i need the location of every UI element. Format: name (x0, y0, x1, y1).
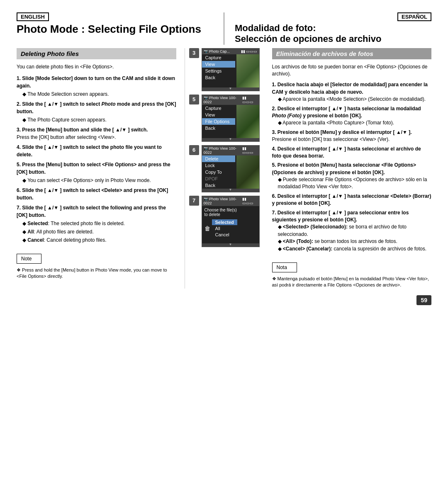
cam-6-lock: Lock (202, 162, 235, 169)
camera-panel-5: 5 📷 Photo View 100-0022 ▮▮ ▭▭▭ Capture V… (189, 95, 260, 142)
english-note-area: Note Press and hold the [Menu] button in… (17, 250, 176, 280)
top-section: ENGLISH Photo Mode : Selecting File Opti… (17, 12, 431, 45)
cam-scrollbar-5: ▼ (202, 138, 259, 141)
cam-screen-6-header: 📷 Photo View 100-0022 ▮▮ ▭▭▭ (202, 146, 259, 155)
cam-screen-7-header: 📷 Photo View 100-0022 ▮▮ ▭▭▭ (202, 196, 259, 206)
spanish-note-footer: Mantenga pulsado el botón [Menu] en la m… (272, 276, 432, 289)
step-num-6: 6 (189, 145, 199, 155)
step-num-7: 7 (189, 196, 199, 206)
spanish-step-3: 3. Presione el botón [Menu] y deslice el… (272, 129, 432, 143)
cam-6-delete: Delete (202, 155, 235, 162)
cam-7-all: All (212, 226, 237, 231)
cam-image-6 (236, 155, 259, 189)
spanish-step-6: 6. Deslice el interruptor [ ▲/▼ ] hasta … (272, 193, 432, 207)
english-column: Deleting Photo files You can delete phot… (17, 48, 185, 289)
english-note-box: Note (17, 254, 41, 264)
spanish-main-title: Modalidad de foto: Selección de opciones… (235, 23, 431, 45)
cam-screen-7: 📷 Photo View 100-0022 ▮▮ ▭▭▭ Choose the … (202, 196, 260, 247)
cam-7-content: Choose the file(s)to delete 🗑 Selected A… (202, 206, 259, 243)
camera-panel-6: 6 📷 Photo View 100-0022 ▮▮ ▭▭▭ Delete Lo… (189, 145, 260, 192)
main-content: Deleting Photo files You can delete phot… (17, 48, 431, 289)
english-step-5: 5. Press the [Menu] button to select <Fi… (17, 161, 176, 184)
cam-7-choose-text: Choose the file(s)to delete (202, 206, 259, 218)
cam-scrollbar-6: ▼ (202, 189, 259, 192)
cam-6-dpof: DPOF (202, 175, 235, 182)
cam-menu-item-settings: Settings (202, 68, 235, 74)
english-lang-badge: ENGLISH (17, 12, 49, 21)
step-num-3: 3 (189, 48, 199, 58)
cam-scrollbar-7: ▼ (202, 243, 259, 247)
cam-screen-3-body: Capture View Settings Back (202, 54, 259, 87)
cam-screen-5-body: Capture View File Options Back (202, 105, 259, 138)
spanish-section-header: ESPAÑOL Modalidad de foto: Selección de … (229, 12, 431, 45)
spanish-section-subheader: Eliminación de archivos de fotos (272, 48, 432, 59)
page-number-badge: 59 (416, 295, 431, 305)
cam-5-capture: Capture (202, 105, 235, 112)
camera-panel-7: 7 📷 Photo View 100-0022 ▮▮ ▭▭▭ Choose th… (189, 196, 260, 247)
camera-panels-column: 3 📷 Photo Cap... ▮▮ ▭▭▭ Capture View Set… (185, 48, 264, 289)
step-num-5: 5 (189, 95, 199, 104)
english-step-1: 1. Slide [Mode Selector] down to turn on… (17, 75, 176, 98)
cam-7-delete-row: 🗑 Selected All Cancel (202, 219, 259, 238)
spanish-step-1: 1. Deslice hacia abajo el [Selector de m… (272, 81, 432, 103)
english-step-6: 6. Slide the [ ▲/▼ ] switch to select <D… (17, 187, 176, 202)
cam-screen-5: 📷 Photo View 100-0022 ▮▮ ▭▭▭ Capture Vie… (202, 95, 260, 142)
english-step-7: 7. Slide the [ ▲/▼ ] switch to select th… (17, 204, 176, 244)
spanish-step-4: 4. Deslice el interruptor [ ▲/▼ ] hasta … (272, 146, 432, 160)
cam-6-back: Back (202, 182, 235, 189)
cam-image-5 (236, 105, 259, 138)
cam-7-cancel: Cancel (212, 232, 237, 238)
vertical-divider (224, 12, 224, 45)
cam-7-selected: Selected (212, 219, 237, 225)
cam-screen-6-body: Delete Lock Copy To DPOF Back (202, 155, 259, 189)
cam-menu-3: Capture View Settings Back (202, 54, 235, 87)
cam-screen-3: 📷 Photo Cap... ▮▮ ▭▭▭ Capture View Setti… (202, 48, 260, 91)
cam-screen-3-header: 📷 Photo Cap... ▮▮ ▭▭▭ (202, 49, 259, 54)
cam-6-copyto: Copy To (202, 169, 235, 175)
camera-panel-3: 3 📷 Photo Cap... ▮▮ ▭▭▭ Capture View Set… (189, 48, 260, 91)
cam-image-3 (236, 54, 259, 87)
english-section-header: ENGLISH Photo Mode : Selecting File Opti… (17, 12, 219, 36)
spanish-intro: Los archivos de foto se pueden borrar en… (272, 63, 432, 78)
page: ENGLISH Photo Mode : Selecting File Opti… (0, 0, 448, 488)
spanish-step-7: 7. Deslice el interruptor [ ▲/▼ ] para s… (272, 209, 432, 252)
trash-icon: 🗑 (205, 225, 210, 232)
cam-scrollbar-3: ▼ (202, 87, 259, 91)
spanish-lang-badge: ESPAÑOL (397, 12, 431, 21)
spanish-step-5: 5. Presione el botón [Menu] hasta selecc… (272, 162, 432, 191)
english-step-2: 2. Slide the [ ▲/▼ ] switch to select Ph… (17, 100, 176, 124)
spanish-note-area: Nota Mantenga pulsado el botón [Menu] en… (272, 258, 432, 289)
english-step-4: 4. Slide the [ ▲/▼ ] switch to select th… (17, 143, 176, 158)
english-section-subheader: Deleting Photo files (17, 48, 176, 59)
cam-7-menu: Selected All Cancel (212, 219, 237, 238)
spanish-steps: 1. Deslice hacia abajo el [Selector de m… (272, 81, 432, 252)
spanish-column: Eliminación de archivos de fotos Los arc… (264, 48, 432, 289)
cam-screen-5-header: 📷 Photo View 100-0022 ▮▮ ▭▭▭ (202, 95, 259, 105)
cam-5-back: Back (202, 125, 235, 131)
spanish-step-2: 2. Deslice el interruptor [ ▲/▼ ] hasta … (272, 105, 432, 127)
english-step-3: 3. Press the [Menu] button and slide the… (17, 126, 176, 141)
cam-5-fileoptions: File Options (202, 118, 235, 125)
spanish-note-box: Nota (272, 262, 297, 272)
english-intro: You can delete photo files in <File Opti… (17, 63, 176, 70)
english-main-title: Photo Mode : Selecting File Options (17, 23, 213, 36)
page-num-area: 59 (17, 297, 431, 303)
cam-screen-7-body: Choose the file(s)to delete 🗑 Selected A… (202, 206, 259, 243)
cam-screen-6: 📷 Photo View 100-0022 ▮▮ ▭▭▭ Delete Lock… (202, 145, 260, 192)
cam-menu-5: Capture View File Options Back (202, 105, 235, 138)
cam-menu-item-back: Back (202, 74, 235, 81)
cam-menu-item-view: View (202, 61, 235, 68)
english-steps: 1. Slide [Mode Selector] down to turn on… (17, 75, 176, 244)
english-note-footer: Press and hold the [Menu] button in Phot… (17, 267, 176, 280)
cam-5-view: View (202, 112, 235, 118)
cam-menu-6: Delete Lock Copy To DPOF Back (202, 155, 235, 189)
cam-menu-item-capture: Capture (202, 54, 235, 61)
